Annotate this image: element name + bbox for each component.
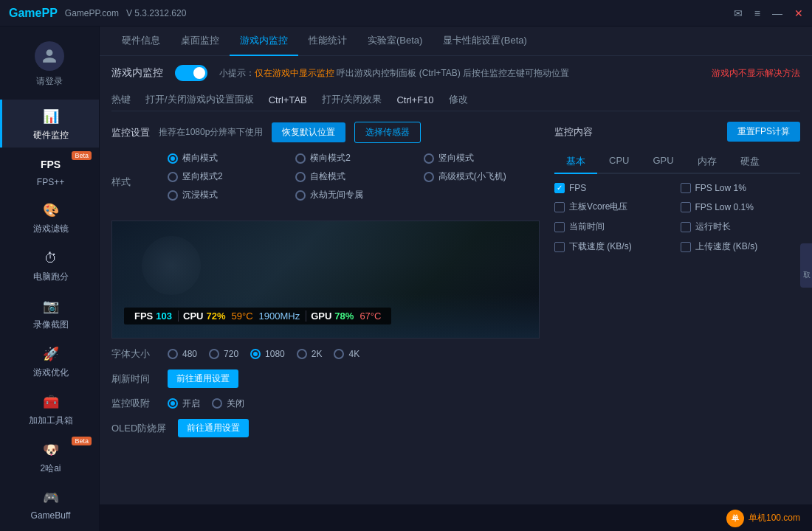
menu-icon[interactable]: ≡ xyxy=(754,7,760,19)
tab-desktop-monitor[interactable]: 桌面监控 xyxy=(171,27,230,56)
sidebar-item-benchmark[interactable]: ⏱ 电脑跑分 xyxy=(0,241,99,289)
radio-720 xyxy=(209,349,219,359)
cb-vcore[interactable]: 主板Vcore电压 xyxy=(554,201,675,213)
close-icon[interactable]: ✕ xyxy=(794,7,803,19)
settings-title: 监控设置 xyxy=(111,126,150,139)
tab-lab[interactable]: 实验室(Beta) xyxy=(357,27,433,56)
font-1080[interactable]: 1080 xyxy=(250,349,285,359)
minimize-icon[interactable]: — xyxy=(772,7,782,19)
tab-gpu-settings[interactable]: 显卡性能设置(Beta) xyxy=(433,27,537,56)
style-advanced[interactable]: 高级模式(小飞机) xyxy=(424,170,540,183)
checkbox-vcore xyxy=(554,202,565,212)
cb-upload[interactable]: 上传速度 (KB/s) xyxy=(681,240,801,253)
style-horizontal[interactable]: 横向模式 xyxy=(168,152,283,164)
sidebar-item-hardware[interactable]: 📊 硬件监控 xyxy=(0,100,99,148)
sidebar-item-filter[interactable]: 🎨 游戏滤镜 xyxy=(0,193,99,241)
sidebar-item-toolbox[interactable]: 🧰 加加工具箱 xyxy=(0,385,99,433)
ai-icon: 🐶 xyxy=(41,440,61,459)
sidebar-item-join[interactable]: 🎁 喜加一 xyxy=(0,527,99,531)
danji-logo[interactable]: 单 单机100.com xyxy=(726,510,800,527)
effect-desc: 打开/关闭效果 xyxy=(322,93,382,106)
cb-fps-low01[interactable]: FPS Low 0.1% xyxy=(681,201,801,213)
style-immersive[interactable]: 沉浸模式 xyxy=(168,189,283,201)
style-horizontal2[interactable]: 横向模式2 xyxy=(295,152,411,164)
monitor-overlay: FPS 103 CPU 72% 59°C 1900MHz GPU xyxy=(124,308,391,324)
content-tab-memory[interactable]: 内存 xyxy=(686,150,729,173)
titlebar: GamePP GamePP.com V 5.3.2312.620 ✉ ≡ — ✕ xyxy=(0,0,812,27)
radio-advanced xyxy=(424,172,434,182)
mail-icon[interactable]: ✉ xyxy=(734,7,743,19)
settings-main: 监控设置 推荐在1080p分辨率下使用 恢复默认位置 选择传感器 样式 横向模式 xyxy=(111,122,800,446)
style-row: 样式 横向模式 横向模式2 xyxy=(111,152,540,212)
toggle-knob xyxy=(193,67,205,79)
checkbox-fps-low1 xyxy=(681,183,691,193)
tab-ingame-monitor[interactable]: 游戏内监控 xyxy=(230,27,298,56)
app-logo: GamePP xyxy=(9,7,58,20)
cb-current-time[interactable]: 当前时间 xyxy=(554,221,675,233)
snap-off[interactable]: 关闭 xyxy=(212,398,244,410)
oled-goto-btn[interactable]: 前往通用设置 xyxy=(178,419,249,437)
cpu-stat: CPU 72% 59°C 1900MHz xyxy=(178,310,304,322)
settings-sub-label: 推荐在1080p分辨率下使用 xyxy=(159,126,263,139)
user-profile[interactable]: 请登录 xyxy=(0,32,99,100)
fps-icon: FPS xyxy=(41,155,61,174)
app-body: 请登录 📊 硬件监控 FPS FPS++ Beta 🎨 游戏滤镜 ⏱ 电脑跑分 … xyxy=(0,27,812,531)
content-tab-disk[interactable]: 硬盘 xyxy=(729,150,771,173)
oled-row: OLED防烧屏 前往通用设置 xyxy=(111,419,540,437)
cb-download[interactable]: 下载速度 (KB/s) xyxy=(554,240,675,253)
radio-4k xyxy=(334,349,344,359)
monitor-title: 游戏内监控 xyxy=(111,66,163,80)
snap-label: 监控吸附 xyxy=(111,397,156,410)
gpu-stat: GPU 78% 67°C xyxy=(306,310,385,322)
sidebar-item-gamebuff[interactable]: 🎮 GameBuff xyxy=(0,481,99,527)
radio-auto xyxy=(295,172,306,182)
select-sensor-btn[interactable]: 选择传感器 xyxy=(354,122,421,143)
resolve-link[interactable]: 游戏内不显示解决方法 xyxy=(712,67,800,80)
modify-desc: 修改 xyxy=(449,93,468,106)
sidebar-item-fps[interactable]: FPS FPS++ Beta xyxy=(0,148,99,193)
style-eternal[interactable]: 永劫无间专属 xyxy=(295,189,411,201)
content-tab-gpu[interactable]: GPU xyxy=(641,150,685,173)
top-navigation: 硬件信息 桌面监控 游戏内监控 性能统计 实验室(Beta) 显卡性能设置(Be… xyxy=(100,27,812,56)
style-vertical2[interactable]: 竖向模式2 xyxy=(168,170,283,183)
checkbox-fps xyxy=(554,183,565,193)
tab-perf-stats[interactable]: 性能统计 xyxy=(298,27,357,56)
content-tab-cpu[interactable]: CPU xyxy=(597,150,641,173)
danji-circle-icon: 单 xyxy=(726,510,744,527)
open-panel-desc: 打开/关闭游戏内设置面板 xyxy=(145,93,254,106)
style-vertical[interactable]: 竖向模式 xyxy=(424,152,540,164)
reset-position-btn[interactable]: 恢复默认位置 xyxy=(272,122,345,142)
cb-fps[interactable]: FPS xyxy=(554,183,675,193)
effect-key: Ctrl+F10 xyxy=(396,94,433,105)
sidebar-item-record[interactable]: 📷 录像截图 xyxy=(0,289,99,337)
sidebar: 请登录 📊 硬件监控 FPS FPS++ Beta 🎨 游戏滤镜 ⏱ 电脑跑分 … xyxy=(0,27,100,531)
font-4k[interactable]: 4K xyxy=(334,349,359,359)
right-edge-handle[interactable]: 取 xyxy=(800,243,812,288)
font-480[interactable]: 480 xyxy=(168,349,197,359)
snap-on[interactable]: 开启 xyxy=(168,398,200,410)
refresh-goto-btn[interactable]: 前往通用设置 xyxy=(168,369,238,388)
page-content: 游戏内监控 小提示：仅在游戏中显示监控 呼出游戏内控制面板 (Ctrl+TAB)… xyxy=(100,56,812,504)
cb-runtime[interactable]: 运行时长 xyxy=(681,221,801,233)
sidebar-item-optimize[interactable]: 🚀 游戏优化 xyxy=(0,337,99,385)
toolbox-icon: 🧰 xyxy=(41,392,61,412)
recalc-fps-btn[interactable]: 重置FPS计算 xyxy=(727,122,800,142)
checkbox-download xyxy=(554,242,565,252)
radio-horizontal xyxy=(168,153,178,164)
ai-beta-badge: Beta xyxy=(72,437,92,445)
radio-vertical2 xyxy=(168,172,178,182)
monitor-toggle[interactable] xyxy=(175,65,207,81)
font-size-row: 字体大小 480 720 1080 xyxy=(111,347,540,361)
settings-right: 监控内容 重置FPS计算 基本 CPU GPU 内存 硬盘 xyxy=(554,122,800,446)
content-section-header: 监控内容 重置FPS计算 xyxy=(554,122,800,142)
radio-480 xyxy=(168,349,178,359)
font-2k[interactable]: 2K xyxy=(297,349,323,359)
content-tabs: 基本 CPU GPU 内存 硬盘 xyxy=(554,150,800,174)
sidebar-item-ai[interactable]: 🐶 2哈ai Beta xyxy=(0,433,99,481)
font-720[interactable]: 720 xyxy=(209,349,238,359)
content-tab-basic[interactable]: 基本 xyxy=(554,150,597,174)
style-auto[interactable]: 自检模式 xyxy=(295,170,411,183)
tab-hardware-info[interactable]: 硬件信息 xyxy=(111,27,171,56)
hardware-icon: 📊 xyxy=(41,107,61,126)
cb-fps-low1[interactable]: FPS Low 1% xyxy=(681,183,801,193)
